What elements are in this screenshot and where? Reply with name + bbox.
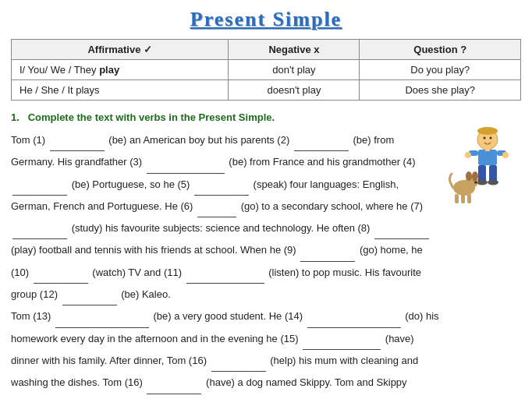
blank-8[interactable] bbox=[374, 217, 429, 239]
exercise-text: Tom (1) (be) an American boy but his par… bbox=[11, 129, 439, 399]
blank-4[interactable] bbox=[12, 174, 67, 196]
row2-question: Does she play? bbox=[360, 80, 521, 101]
text-tom2: Tom (13) bbox=[11, 310, 54, 322]
text-tom: Tom (1) bbox=[11, 134, 48, 146]
text-be6: (be) a very good student. He (14) bbox=[154, 310, 306, 322]
blank-16b[interactable] bbox=[147, 372, 201, 394]
svg-point-11 bbox=[477, 180, 488, 185]
svg-point-1 bbox=[477, 127, 498, 135]
character-illustration bbox=[447, 125, 521, 214]
blank-9[interactable] bbox=[300, 239, 355, 261]
row2-negative: doesn't play bbox=[229, 80, 360, 101]
svg-point-12 bbox=[488, 180, 498, 185]
row1-bold-word: play bbox=[99, 64, 119, 76]
blank-11[interactable] bbox=[186, 262, 264, 284]
svg-rect-4 bbox=[478, 150, 497, 165]
blank-10[interactable] bbox=[34, 262, 88, 284]
svg-point-18 bbox=[472, 171, 478, 181]
svg-point-19 bbox=[474, 182, 477, 184]
svg-rect-20 bbox=[455, 194, 459, 203]
blank-16a[interactable] bbox=[211, 350, 266, 372]
header-negative: Negative x bbox=[229, 40, 360, 60]
header-affirmative: Affirmative ✓ bbox=[12, 40, 229, 60]
exercise-instruction-text: Complete the text with verbs in the Pres… bbox=[28, 111, 275, 123]
row1-question: Do you play? bbox=[360, 60, 521, 80]
page-title: Present Simple bbox=[11, 8, 521, 31]
text-be4: (be) Portuguese, so he (5) bbox=[72, 178, 193, 190]
svg-rect-13 bbox=[485, 147, 490, 151]
svg-point-7 bbox=[465, 152, 471, 158]
svg-point-3 bbox=[490, 137, 492, 139]
blank-7[interactable] bbox=[12, 217, 67, 239]
text-study: (study) his favourite subjects: science … bbox=[72, 222, 373, 234]
svg-rect-22 bbox=[467, 194, 471, 203]
table-row: He / She / It plays doesn't play Does sh… bbox=[12, 80, 521, 101]
row2-affirmative: He / She / It plays bbox=[12, 80, 229, 101]
blank-14[interactable] bbox=[307, 305, 401, 327]
exercise-area: Tom (1) (be) an American boy but his par… bbox=[11, 129, 521, 399]
blank-17[interactable] bbox=[67, 394, 161, 399]
blank-15[interactable] bbox=[303, 328, 381, 350]
blank-3[interactable] bbox=[147, 151, 225, 173]
row1-negative: don't play bbox=[229, 60, 360, 80]
text-be1: (be) an American boy but his parents (2) bbox=[108, 134, 293, 146]
text-be3: (be) from France and his grandmother (4) bbox=[229, 156, 415, 168]
svg-rect-21 bbox=[461, 194, 465, 203]
header-question: Question ? bbox=[360, 40, 521, 60]
row1-affirmative: I/ You/ We / They play bbox=[12, 60, 229, 80]
svg-point-2 bbox=[484, 137, 486, 139]
blank-2[interactable] bbox=[294, 129, 349, 151]
blank-5[interactable] bbox=[194, 174, 249, 196]
blank-12[interactable] bbox=[62, 284, 117, 305]
blank-1[interactable] bbox=[50, 129, 105, 151]
svg-point-17 bbox=[466, 171, 472, 181]
blank-13[interactable] bbox=[55, 305, 149, 327]
svg-point-8 bbox=[502, 152, 509, 158]
table-row: I/ You/ We / They play don't play Do you… bbox=[12, 60, 521, 80]
blank-6[interactable] bbox=[197, 196, 236, 217]
exercise-number: 1. bbox=[11, 111, 20, 123]
text-be5: (be) Kaleo. bbox=[121, 288, 171, 300]
grammar-table: Affirmative ✓ Negative x Question ? I/ Y… bbox=[11, 39, 521, 101]
text-watch: (watch) TV and (11) bbox=[92, 267, 184, 278]
text-play: (play) football and tennis with his frie… bbox=[11, 244, 299, 256]
exercise-instruction: 1. Complete the text with verbs in the P… bbox=[11, 111, 521, 123]
character-svg bbox=[447, 125, 517, 211]
text-go: (go) to a secondary school, where he (7) bbox=[241, 200, 423, 212]
